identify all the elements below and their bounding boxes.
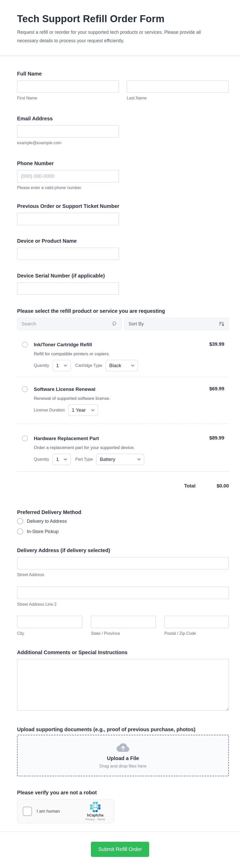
cartridge-type-select[interactable]: Black — [106, 360, 138, 371]
product-price: $69.99 — [209, 386, 224, 392]
product-row-software-license: Software License Renewal $69.99 Renewal … — [17, 377, 229, 424]
quantity-label: Quantity — [34, 457, 49, 462]
product-description: Order a replacement part for your suppor… — [34, 445, 224, 451]
part-type-label: Part Type — [75, 457, 93, 462]
chevron-down-icon — [137, 458, 141, 460]
page-title: Tech Support Refill Order Form — [17, 13, 223, 25]
comments-textarea[interactable] — [17, 659, 229, 711]
captcha-checkbox[interactable] — [23, 807, 32, 816]
previous-order-label: Previous Order or Support Ticket Number — [17, 203, 229, 210]
comments-label: Additional Comments or Special Instructi… — [17, 649, 229, 656]
delivery-option-label: In-Store Pickup — [27, 529, 59, 534]
sort-by-dropdown[interactable]: Sort By — [124, 318, 229, 330]
first-name-sublabel: First Name — [17, 96, 119, 101]
address-label: Delivery Address (if delivery selected) — [17, 547, 229, 554]
upload-button-label: Upload a File — [107, 755, 139, 761]
cartridge-type-label: Cartridge Type — [75, 363, 103, 368]
last-name-sublabel: Last Name — [127, 96, 229, 101]
quantity-value: 1 — [56, 363, 62, 368]
hcaptcha-logo[interactable] — [89, 802, 101, 813]
license-duration-label: License Duration — [34, 408, 65, 412]
hcaptcha-widget: I am human — [17, 799, 114, 823]
product-search-input[interactable]: Search — [17, 318, 122, 330]
upload-hint: Drag and drop files here — [99, 764, 146, 769]
license-duration-select[interactable]: 1 Year — [68, 404, 98, 416]
field-delivery-address: Delivery Address (if delivery selected) … — [17, 547, 229, 636]
product-radio-software-license[interactable] — [22, 386, 28, 392]
sort-by-label: Sort By — [129, 321, 219, 327]
product-radio-hardware-part[interactable] — [22, 435, 28, 441]
quantity-label: Quantity — [34, 363, 49, 368]
street-address-sublabel: Street Address — [17, 572, 229, 578]
delivery-option-pickup[interactable]: In-Store Pickup — [17, 528, 229, 535]
quantity-select[interactable]: 1 — [53, 360, 71, 371]
phone-label: Phone Number — [17, 160, 229, 167]
field-email: Email Address example@example.com — [17, 115, 229, 146]
product-name: Ink/Toner Cartridge Refill — [34, 341, 204, 348]
radio-icon — [17, 528, 23, 535]
quantity-select[interactable]: 1 — [53, 454, 71, 465]
captcha-label: Please verify you are not a robot — [17, 789, 229, 796]
product-price: $39.99 — [209, 341, 224, 347]
state-sublabel: State / Province — [91, 631, 156, 636]
previous-order-input[interactable] — [17, 213, 119, 225]
first-name-input[interactable] — [17, 81, 119, 93]
product-radio-ink-toner[interactable] — [22, 342, 28, 347]
form-subtitle: Request a refill or reorder for your sup… — [17, 28, 216, 45]
device-name-label: Device or Product Name — [17, 238, 229, 244]
street-address-input[interactable] — [17, 557, 229, 569]
field-products: Please select the refill product or serv… — [17, 308, 229, 489]
submit-area: Submit Refill Order — [0, 832, 240, 868]
chevron-down-icon — [91, 409, 95, 411]
field-upload: Upload supporting documents (e.g., proof… — [17, 726, 229, 776]
field-device-name: Device or Product Name — [17, 238, 229, 260]
field-serial-number: Device Serial Number (if applicable) — [17, 272, 229, 295]
serial-number-label: Device Serial Number (if applicable) — [17, 272, 229, 279]
last-name-input[interactable] — [127, 81, 229, 93]
part-type-select[interactable]: Battery — [96, 454, 144, 465]
product-description: Refill for compatible printers or copier… — [34, 351, 224, 356]
phone-input[interactable] — [17, 170, 119, 182]
upload-cloud-icon — [116, 742, 130, 753]
field-captcha: Please verify you are not a robot I am h… — [17, 789, 229, 823]
license-duration-value: 1 Year — [72, 407, 89, 413]
quantity-value: 1 — [56, 457, 62, 462]
email-sublabel: example@example.com — [17, 141, 229, 146]
form-header: Tech Support Refill Order Form Request a… — [0, 0, 240, 56]
submit-button[interactable]: Submit Refill Order — [91, 842, 149, 857]
radio-icon — [17, 518, 23, 524]
postal-code-input[interactable] — [164, 616, 229, 628]
postal-code-sublabel: Postal / Zip Code — [164, 631, 229, 636]
cartridge-type-value: Black — [109, 363, 129, 368]
product-name: Software License Renewal — [34, 386, 204, 393]
street-address-line2-input[interactable] — [17, 587, 229, 599]
hcaptcha-privacy-terms-links[interactable]: Privacy - Terms — [85, 818, 105, 821]
hcaptcha-brand: hCaptcha — [87, 813, 104, 817]
total-value: $0.00 — [216, 483, 229, 489]
product-description: Renewal of supported software license. — [34, 396, 224, 401]
device-name-input[interactable] — [17, 248, 119, 260]
search-icon — [112, 321, 117, 327]
upload-label: Upload supporting documents (e.g., proof… — [17, 726, 229, 733]
field-phone: Phone Number Please enter a valid phone … — [17, 160, 229, 190]
products-total-divider — [17, 471, 229, 472]
delivery-option-label: Delivery to Address — [27, 519, 67, 524]
product-row-hardware-part: Hardware Replacement Part $89.99 Order a… — [17, 424, 229, 471]
products-label: Please select the refill product or serv… — [17, 308, 229, 314]
serial-number-input[interactable] — [17, 282, 119, 295]
file-upload-dropzone[interactable]: Upload a File Drag and drop files here — [17, 735, 229, 776]
email-field[interactable] — [17, 125, 119, 137]
product-price: $89.99 — [209, 435, 224, 441]
full-name-label: Full Name — [17, 70, 229, 77]
products-total-row: Total $0.00 — [17, 483, 229, 489]
email-label: Email Address — [17, 115, 229, 122]
part-type-value: Battery — [100, 457, 135, 462]
city-input[interactable] — [17, 616, 82, 628]
delivery-option-address[interactable]: Delivery to Address — [17, 518, 229, 524]
form-body: Full Name First Name Last Name Email Add… — [0, 56, 240, 823]
phone-sublabel: Please enter a valid phone number. — [17, 185, 229, 190]
delivery-method-label: Preferred Delivery Method — [17, 509, 229, 516]
street-address-line2-sublabel: Street Address Line 2 — [17, 602, 229, 607]
field-previous-order: Previous Order or Support Ticket Number — [17, 203, 229, 225]
state-input[interactable] — [91, 616, 156, 628]
